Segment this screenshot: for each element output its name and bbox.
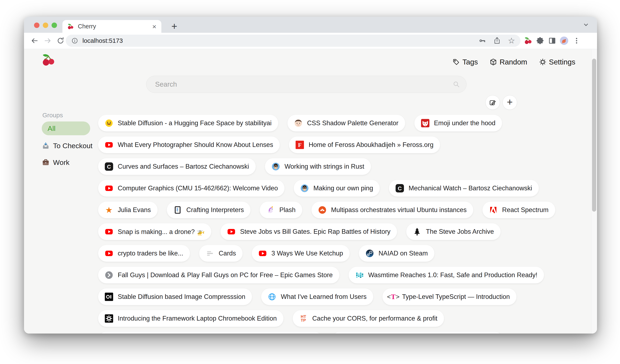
- page-scrollbar-track[interactable]: [591, 49, 597, 334]
- menu-kebab-icon[interactable]: [573, 37, 581, 45]
- bookmark-label: Making our own ping: [313, 184, 373, 192]
- sidebar-item-work[interactable]: Work: [42, 158, 70, 167]
- bookmark-pill[interactable]: The Steve Jobs Archive: [406, 223, 501, 240]
- bookmark-pill[interactable]: Fall Guys | Download & Play Fall Guys on…: [98, 267, 340, 283]
- bookmark-label: Cache your CORS, for performance & profi…: [312, 315, 437, 322]
- bookmark-row: What Every Photographer Should Know Abou…: [98, 136, 555, 153]
- bookmark-star-icon[interactable]: ☆: [508, 37, 515, 45]
- bookmark-row: Stable Diffusion based Image Compresssio…: [98, 288, 555, 305]
- svg-text:C: C: [107, 164, 111, 170]
- search-icon: [453, 81, 460, 88]
- bookmark-label: Curves and Surfaces – Bartosz Ciechanows…: [118, 163, 249, 170]
- browser-toolbar: localhost:5173 ☆: [24, 33, 597, 49]
- bookmark-label: React Spectrum: [502, 206, 548, 214]
- bookmark-pill[interactable]: ★Julia Evans: [98, 202, 158, 218]
- address-bar[interactable]: localhost:5173 ☆: [66, 35, 520, 47]
- page-scrollbar-thumb[interactable]: [592, 59, 596, 212]
- nav-item-tags[interactable]: Tags: [452, 58, 478, 66]
- bookmark-pill[interactable]: Wasmtime Reaches 1.0: Fast, Safe and Pro…: [349, 267, 544, 283]
- browser-window: Cherry × + localhost:5173 ☆: [24, 17, 597, 334]
- bookmark-pill[interactable]: crypto traders be like...: [98, 245, 190, 262]
- password-key-icon[interactable]: [479, 37, 486, 45]
- page-content: Tags Random Settings + Groups All: [24, 49, 597, 334]
- bookmark-pill[interactable]: CMechanical Watch – Bartosz Ciechanowski: [389, 180, 539, 197]
- bookmark-pill[interactable]: Multipass orchestrates virtual Ubuntu in…: [311, 202, 473, 218]
- bookmark-row: Computer Graphics (CMU 15-462/662): Welc…: [98, 180, 555, 197]
- reload-icon[interactable]: [57, 37, 64, 45]
- amos-avatar-icon: [272, 162, 280, 171]
- bookmark-pill[interactable]: Crafting Interpreters: [167, 202, 251, 218]
- bookmark-pill[interactable]: Working with strings in Rust: [265, 158, 371, 175]
- black-camera-icon: [105, 293, 113, 301]
- youtube-icon: [105, 184, 113, 192]
- youtube-icon: [227, 228, 235, 236]
- bookmark-pill[interactable]: Emoji under the hood: [414, 115, 502, 132]
- youtube-icon: [258, 249, 267, 258]
- epic-icon: [105, 271, 113, 279]
- zoom-window-button[interactable]: [52, 23, 57, 28]
- bookmark-label: CSS Shadow Palette Generator: [307, 119, 399, 127]
- nav-label-settings: Settings: [549, 58, 575, 66]
- bookmark-pill[interactable]: Making our own ping: [294, 180, 380, 197]
- bookmark-pill[interactable]: FHome of Feross Aboukhadijeh » Feross.or…: [289, 136, 440, 153]
- back-icon[interactable]: [31, 37, 39, 45]
- bookmark-label: What I've Learned from Users: [281, 293, 367, 301]
- tab-close-icon[interactable]: ×: [152, 23, 156, 30]
- url-text: localhost:5173: [82, 37, 123, 44]
- cherry-extension-icon[interactable]: [524, 37, 532, 45]
- close-window-button[interactable]: [34, 23, 39, 28]
- sidebar-item-to-checkout[interactable]: To Checkout: [42, 142, 93, 150]
- bookmark-pill[interactable]: Stable Diffusion based Image Compresssio…: [98, 288, 252, 305]
- profile-avatar[interactable]: [560, 36, 568, 45]
- bookmark-label: Emoji under the hood: [434, 119, 496, 127]
- share-icon[interactable]: [493, 37, 501, 45]
- extensions-puzzle-icon[interactable]: [536, 37, 544, 45]
- bookmark-pill[interactable]: Steve Jobs vs Bill Gates. Epic Rap Battl…: [220, 223, 397, 240]
- edit-button[interactable]: [485, 95, 500, 110]
- bookmark-pill-partial[interactable]: [332, 332, 503, 334]
- search-input[interactable]: [146, 80, 453, 88]
- bookmark-pill[interactable]: CCurves and Surfaces – Bartosz Ciechanow…: [98, 158, 256, 175]
- nav-item-random[interactable]: Random: [490, 58, 527, 66]
- bookmark-pill[interactable]: Plash: [260, 202, 302, 218]
- lines-icon: [206, 249, 214, 258]
- bookmark-row: Snap is making... a drone? 🚁Steve Jobs v…: [98, 223, 555, 240]
- sidebar-label-work: Work: [53, 158, 70, 167]
- nav-item-settings[interactable]: Settings: [539, 58, 575, 66]
- bookmark-pill[interactable]: Computer Graphics (CMU 15-462/662): Welc…: [98, 180, 284, 197]
- bookmark-pill[interactable]: Snap is making... a drone? 🚁: [98, 223, 211, 240]
- bookmark-label: Mechanical Watch – Bartosz Ciechanowski: [408, 184, 532, 192]
- bookmark-row: Introducing the Framework Laptop Chromeb…: [98, 310, 555, 327]
- bookmark-label: Type-Level TypeScript — Introduction: [402, 293, 510, 301]
- search-bar: [146, 76, 466, 93]
- bookmark-pill[interactable]: React Spectrum: [482, 202, 555, 218]
- bookmark-pill[interactable]: What Every Photographer Should Know Abou…: [98, 136, 280, 153]
- wasmtime-icon: [355, 271, 364, 279]
- sidebar-item-all[interactable]: All: [42, 121, 90, 135]
- bookmark-pill-partial[interactable]: [98, 332, 323, 334]
- bookmark-pill[interactable]: CSS Shadow Palette Generator: [287, 115, 405, 132]
- bookmark-pill[interactable]: Introducing the Framework Laptop Chromeb…: [98, 310, 283, 327]
- bookmark-pill[interactable]: NAIAD on Steam: [359, 245, 434, 262]
- site-info-icon[interactable]: [71, 37, 78, 44]
- unicorn-icon: [266, 206, 275, 214]
- tab-cherry[interactable]: Cherry ×: [62, 20, 161, 33]
- bookmark-pill[interactable]: What I've Learned from Users: [261, 288, 373, 305]
- tab-bar: Cherry × +: [24, 17, 597, 33]
- add-button[interactable]: +: [502, 95, 517, 110]
- bookmark-pill[interactable]: Stable Diffusion - a Hugging Face Space …: [98, 115, 278, 132]
- black-c-icon: C: [105, 162, 113, 171]
- bookmark-pill[interactable]: HTTPCache your CORS, for performance & p…: [293, 310, 444, 327]
- bookmark-label: Multipass orchestrates virtual Ubuntu in…: [331, 206, 467, 214]
- bookmark-label: Stable Diffusion based Image Compresssio…: [118, 293, 245, 301]
- red-mask-icon: [421, 119, 429, 127]
- new-tab-button[interactable]: +: [171, 20, 177, 32]
- orange-star-icon: ★: [105, 206, 113, 214]
- side-panel-icon[interactable]: [548, 37, 556, 45]
- bookmark-pill[interactable]: <T>Type-Level TypeScript — Introduction: [382, 288, 516, 305]
- tab-search-chevron-icon[interactable]: [582, 21, 590, 29]
- youtube-icon: [105, 249, 113, 258]
- bookmark-pill[interactable]: 3 Ways We Use Ketchup: [252, 245, 350, 262]
- minimize-window-button[interactable]: [43, 23, 48, 28]
- bookmark-pill[interactable]: Cards: [199, 245, 243, 262]
